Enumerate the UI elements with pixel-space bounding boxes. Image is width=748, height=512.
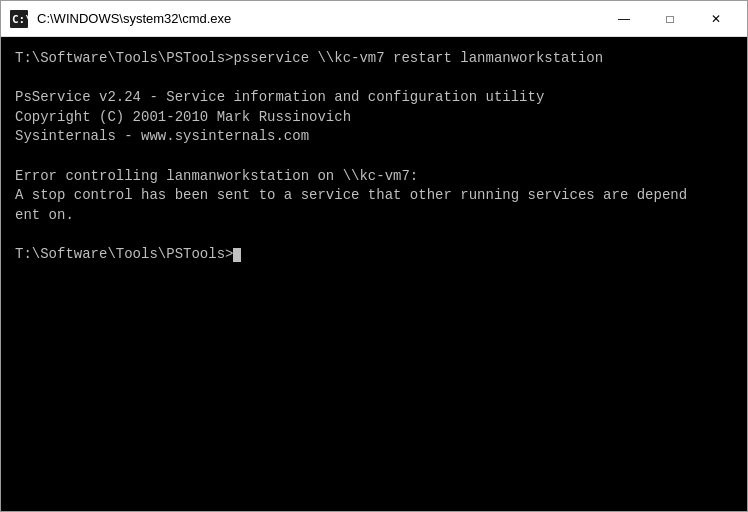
cursor bbox=[233, 248, 241, 262]
error-line-1: Error controlling lanmanworkstation on \… bbox=[15, 168, 418, 184]
copyright-line: Copyright (C) 2001-2010 Mark Russinovich bbox=[15, 109, 351, 125]
cmd-window: C:\ C:\WINDOWS\system32\cmd.exe — □ ✕ T:… bbox=[0, 0, 748, 512]
minimize-button[interactable]: — bbox=[601, 1, 647, 37]
sysinternals-line: Sysinternals - www.sysinternals.com bbox=[15, 128, 309, 144]
psservice-version: PsService v2.24 - Service information an… bbox=[15, 89, 544, 105]
error-line-3: ent on. bbox=[15, 207, 74, 223]
window-title: C:\WINDOWS\system32\cmd.exe bbox=[37, 11, 601, 26]
maximize-button[interactable]: □ bbox=[647, 1, 693, 37]
cmd-icon: C:\ bbox=[9, 9, 29, 29]
prompt-line: T:\Software\Tools\PSTools> bbox=[15, 246, 233, 262]
window-controls: — □ ✕ bbox=[601, 1, 739, 37]
error-line-2: A stop control has been sent to a servic… bbox=[15, 187, 687, 203]
title-bar: C:\ C:\WINDOWS\system32\cmd.exe — □ ✕ bbox=[1, 1, 747, 37]
terminal-output[interactable]: T:\Software\Tools\PSTools>psservice \\kc… bbox=[1, 37, 747, 511]
command-line: T:\Software\Tools\PSTools>psservice \\kc… bbox=[15, 50, 603, 66]
close-button[interactable]: ✕ bbox=[693, 1, 739, 37]
svg-text:C:\: C:\ bbox=[12, 13, 28, 26]
